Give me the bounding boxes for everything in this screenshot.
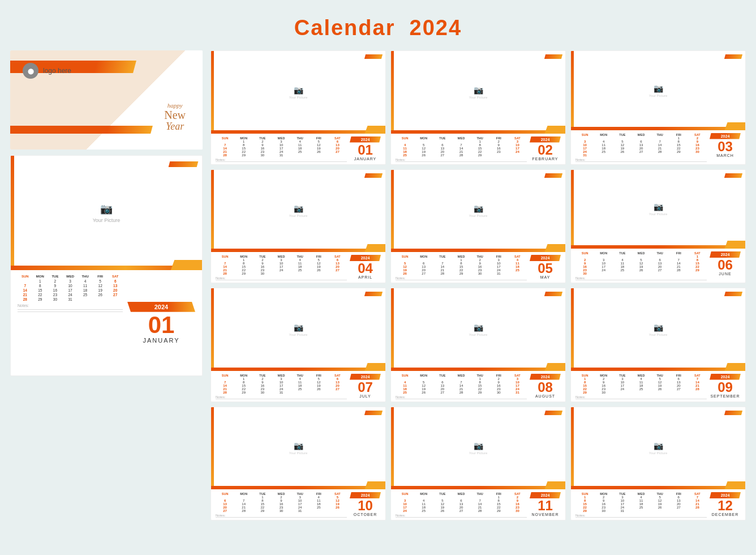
right-tab <box>544 292 562 296</box>
card-cal-row: 282930 <box>216 272 347 275</box>
card-cal-grid: SUNMONTUEWEDTHUFRISAT1234567891011121314… <box>216 136 347 162</box>
pic-placeholder: 📷Your Picture <box>649 441 667 455</box>
card-cal-grid: SUNMONTUEWEDTHUFRISAT1234567891011121314… <box>216 255 347 280</box>
bottom-bar <box>211 249 385 252</box>
card-month-name: APRIL <box>350 275 381 279</box>
month-card-10: 📷Your PictureSUNMONTUEWEDTHUFRISAT123456… <box>211 407 386 521</box>
bottom-tab <box>364 244 386 252</box>
card-cal-row: 2526272829 <box>396 153 527 157</box>
title-year: 2024 <box>410 16 462 40</box>
right-tab <box>544 173 562 178</box>
cal-row-5: 28293031--- <box>18 297 123 301</box>
preview-calendar-grid: SUN MON TUE WED THU FRI SAT -123456 <box>18 275 123 371</box>
card-notes: Notes: <box>216 395 347 399</box>
cal-row-4: 21222324252627 <box>18 293 123 297</box>
bottom-bar <box>571 486 745 489</box>
card-year-badge: 2024 <box>710 492 741 498</box>
left-panel: ⬤ logo here happy New Year 📷 Your Pictur… <box>10 50 203 376</box>
card-top-01: 📷Your Picture <box>211 51 385 134</box>
card-year-badge: 2024 <box>350 374 381 380</box>
col-sat: SAT <box>108 275 123 278</box>
card-notes: Notes: <box>396 276 527 280</box>
card-top-12: 📷Your Picture <box>571 407 745 490</box>
right-tab <box>724 411 742 415</box>
card-bottom-01: SUNMONTUEWEDTHUFRISAT1234567891011121314… <box>211 134 385 164</box>
card-year-badge: 2024 <box>530 374 561 380</box>
left-bar <box>571 288 574 371</box>
card-notes: Notes: <box>216 158 347 162</box>
bottom-tab <box>544 244 566 252</box>
right-tab <box>364 411 383 415</box>
left-bar <box>391 288 394 371</box>
card-year-badge: 2024 <box>350 255 381 261</box>
card-top-08: 📷Your Picture <box>391 288 565 371</box>
right-tab <box>364 292 383 296</box>
card-month-name: JULY <box>350 394 381 398</box>
pic-placeholder: 📷Your Picture <box>469 441 487 455</box>
col-tue: TUE <box>48 275 63 278</box>
card-year-badge: 2024 <box>710 251 741 258</box>
bottom-bar <box>211 486 385 489</box>
card-top-05: 📷Your Picture <box>391 170 565 253</box>
bottom-bar <box>571 245 745 249</box>
bottom-bar <box>391 486 565 489</box>
card-bottom-07: SUNMONTUEWEDTHUFRISAT1234567891011121314… <box>211 371 385 402</box>
month-card-03: 📷Your PictureSUNMONTUEWEDTHUFRISAT123456… <box>570 50 746 165</box>
bottom-tab <box>724 241 746 249</box>
card-cal-row: 2930 <box>575 391 707 394</box>
bottom-tab <box>724 481 746 489</box>
card-year-badge: 2024 <box>530 255 561 261</box>
card-month-number: 10 <box>350 499 381 513</box>
bottom-bar <box>211 368 385 371</box>
card-month-info: 202412DECEMBER <box>710 492 741 518</box>
cover-card: ⬤ logo here happy New Year <box>10 50 203 150</box>
card-month-name: AUGUST <box>530 394 561 398</box>
card-top-04: 📷Your Picture <box>211 170 385 253</box>
year-badge: 2024 <box>127 302 195 312</box>
card-bottom-12: SUNMONTUEWEDTHUFRISAT1234567891011121314… <box>571 489 745 520</box>
month-card-07: 📷Your PictureSUNMONTUEWEDTHUFRISAT123456… <box>211 288 386 402</box>
picture-label: Your Picture <box>93 217 121 223</box>
card-notes: Notes: <box>396 514 527 518</box>
card-top-09: 📷Your Picture <box>571 288 745 371</box>
left-bar <box>391 170 394 253</box>
card-bottom-03: SUNMONTUEWEDTHUFRISAT1234567891011121314… <box>571 130 745 164</box>
right-tab <box>364 54 383 59</box>
month-card-09: 📷Your PictureSUNMONTUEWEDTHUFRISAT123456… <box>570 288 746 402</box>
card-year-badge: 2024 <box>710 374 741 380</box>
bottom-bar <box>391 249 565 252</box>
card-year-badge: 2024 <box>350 136 381 143</box>
card-month-name: DECEMBER <box>710 513 741 516</box>
card-cal-row: 30 <box>575 272 707 275</box>
card-month-name: MARCH <box>710 153 741 157</box>
left-bar <box>211 407 214 490</box>
card-cal-grid: SUNMONTUEWEDTHUFRISAT1234567891011121314… <box>216 374 347 399</box>
card-month-info: 202405MAY <box>530 255 561 280</box>
bottom-tab <box>724 122 746 130</box>
month-card-04: 📷Your PictureSUNMONTUEWEDTHUFRISAT123456… <box>211 169 386 284</box>
card-cal-grid: SUNMONTUEWEDTHUFRISAT1234567891011121314… <box>575 251 707 280</box>
pic-placeholder: 📷Your Picture <box>469 323 487 336</box>
card-month-info: 202411NOVEMBER <box>530 492 561 518</box>
card-month-number: 08 <box>530 381 561 394</box>
logo-icon: ⬤ <box>23 63 38 79</box>
card-month-number: 07 <box>350 381 381 394</box>
card-notes: Notes: <box>396 158 527 162</box>
month-card-01: 📷Your PictureSUNMONTUEWEDTHUFRISAT123456… <box>211 50 386 165</box>
card-cal-grid: SUNMONTUEWEDTHUFRISAT1234567891011121314… <box>575 133 707 162</box>
card-month-info: 202409SEPTEMBER <box>710 374 741 399</box>
card-month-name: FEBRUARY <box>530 157 561 161</box>
card-cal-row: 293031 <box>575 509 707 513</box>
card-notes: Notes: <box>575 276 707 280</box>
card-month-number: 01 <box>350 143 381 157</box>
card-year-badge: 2024 <box>530 492 561 498</box>
logo-area: ⬤ logo here <box>23 63 71 79</box>
card-bottom-06: SUNMONTUEWEDTHUFRISAT1234567891011121314… <box>571 249 745 283</box>
card-cal-row: 262728293031 <box>396 272 527 275</box>
card-cal-grid: SUNMONTUEWEDTHUFRISAT1234567891011121314… <box>396 136 527 162</box>
card-month-name: JUNE <box>710 272 741 276</box>
page-title: Calendar 2024 <box>294 16 462 40</box>
left-bar <box>571 51 574 130</box>
card-month-name: NOVEMBER <box>530 513 561 516</box>
card-cal-row: 24252627282930 <box>396 509 527 513</box>
